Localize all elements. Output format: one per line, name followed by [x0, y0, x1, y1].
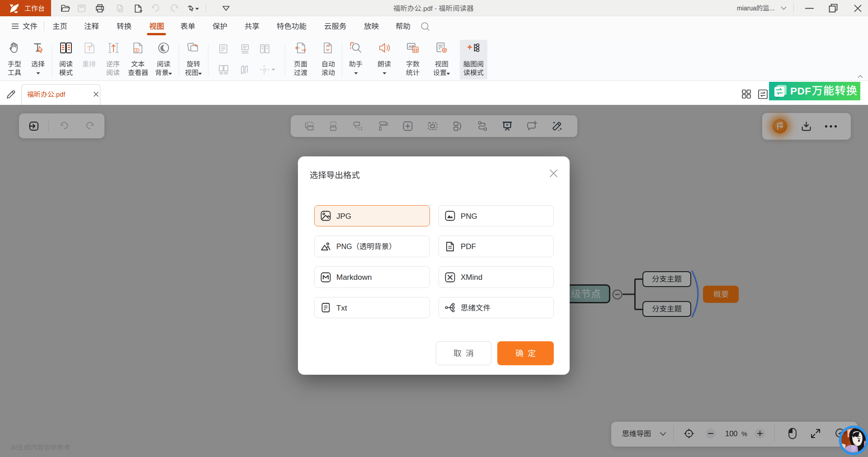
svg-text:.pdf: .pdf	[54, 91, 66, 98]
svg-text:PDF: PDF	[461, 242, 476, 251]
svg-text:JPG: JPG	[336, 212, 351, 221]
svg-text:PDF: PDF	[790, 85, 811, 97]
svg-text:PNG: PNG	[461, 212, 477, 221]
svg-text:miarua: miarua	[737, 5, 756, 12]
svg-text:XMind: XMind	[461, 273, 482, 282]
svg-text:Markdown: Markdown	[336, 273, 372, 282]
svg-text:PNG: PNG	[336, 243, 352, 250]
svg-text:.pdf -: .pdf -	[421, 5, 437, 12]
svg-text:Txt: Txt	[336, 304, 347, 312]
svg-text:...: ...	[769, 5, 775, 12]
